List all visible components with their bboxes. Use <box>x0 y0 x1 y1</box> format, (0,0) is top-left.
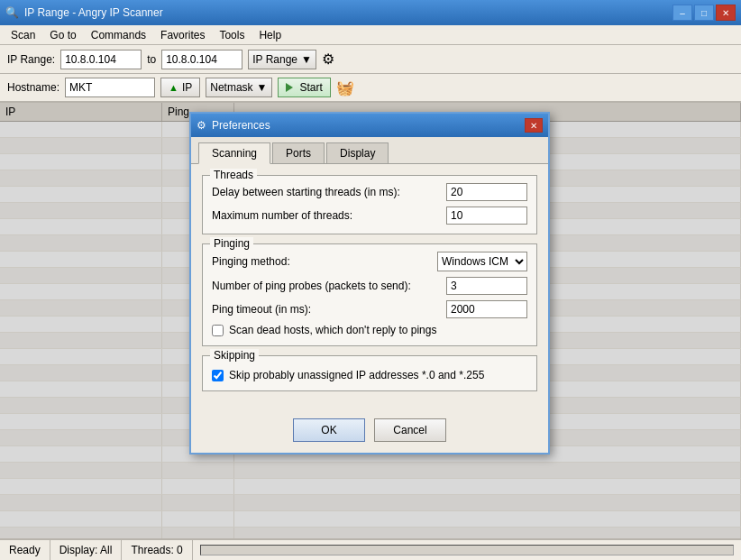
minimize-button[interactable]: – <box>672 5 692 21</box>
skip-unassigned-label: Skip probably unassigned IP addresses *.… <box>229 369 484 381</box>
pinging-method-select[interactable]: Windows ICM Java TCP <box>437 252 527 271</box>
hostname-input[interactable] <box>65 78 155 97</box>
scan-dead-checkbox[interactable] <box>212 325 224 336</box>
ping-timeout-input[interactable] <box>446 300 527 318</box>
ip-range-dropdown[interactable]: IP Range ▼ <box>248 50 316 69</box>
toolbar-row1: IP Range: to IP Range ▼ ⚙ <box>0 45 741 74</box>
start-arrow-icon <box>286 83 293 92</box>
pinging-group: Pinging Pinging method: Windows ICM Java… <box>202 243 537 346</box>
ok-button[interactable]: OK <box>293 418 365 442</box>
threads-text: Threads: 0 <box>131 544 182 556</box>
delay-row: Delay between starting threads (in ms): <box>212 183 527 201</box>
modal-overlay: ⚙ Preferences ✕ Scanning Ports Display T… <box>0 103 741 538</box>
netmask-label: Netmask <box>210 81 252 94</box>
ip-button[interactable]: ▲ IP <box>160 78 200 97</box>
ping-timeout-row: Ping timeout (in ms): <box>212 300 527 318</box>
hostname-label: Hostname: <box>7 81 59 94</box>
maximize-button[interactable]: □ <box>694 5 714 21</box>
max-threads-input[interactable] <box>446 207 527 225</box>
dialog-buttons: OK Cancel <box>191 411 548 453</box>
tab-display[interactable]: Display <box>326 142 389 163</box>
ip-to-label: to <box>147 53 156 66</box>
chevron-down-icon2: ▼ <box>257 81 268 94</box>
menu-help[interactable]: Help <box>252 27 288 43</box>
dialog-close-button[interactable]: ✕ <box>525 118 543 133</box>
ping-timeout-label: Ping timeout (in ms): <box>212 303 311 316</box>
main-area: IP Ping <box>0 103 741 538</box>
tab-scanning[interactable]: Scanning <box>198 142 270 164</box>
ip-range-dropdown-label: IP Range <box>252 53 297 66</box>
skip-unassigned-row: Skip probably unassigned IP addresses *.… <box>212 369 527 381</box>
scan-dead-row: Scan dead hosts, which don't reply to pi… <box>212 324 527 336</box>
cancel-button[interactable]: Cancel <box>374 418 446 442</box>
ready-status: Ready <box>0 540 50 560</box>
ready-text: Ready <box>9 544 41 556</box>
settings-icon[interactable]: ⚙ <box>322 50 334 68</box>
ping-probes-row: Number of ping probes (packets to send): <box>212 277 527 295</box>
skip-unassigned-checkbox[interactable] <box>212 370 224 381</box>
menu-favorites[interactable]: Favorites <box>153 27 212 43</box>
start-label: Start <box>300 81 323 94</box>
threads-status: Threads: 0 <box>122 540 192 560</box>
tab-ports[interactable]: Ports <box>272 142 325 163</box>
display-status: Display: All <box>50 540 123 560</box>
max-threads-row: Maximum number of threads: <box>212 207 527 225</box>
title-bar: 🔍 IP Range - Angry IP Scanner – □ ✕ <box>0 0 741 25</box>
ip-button-label: IP <box>182 81 192 94</box>
netmask-dropdown[interactable]: Netmask ▼ <box>206 78 271 97</box>
dialog-title-text: Preferences <box>212 119 270 132</box>
menu-goto[interactable]: Go to <box>42 27 83 43</box>
ping-probes-label: Number of ping probes (packets to send): <box>212 280 411 292</box>
menu-tools[interactable]: Tools <box>212 27 252 43</box>
max-threads-label: Maximum number of threads: <box>212 209 352 222</box>
status-bar: Ready Display: All Threads: 0 <box>0 538 741 560</box>
ping-probes-input[interactable] <box>446 277 527 295</box>
close-button[interactable]: ✕ <box>716 5 736 21</box>
toolbar-row2: Hostname: ▲ IP Netmask ▼ Start 🧺 <box>0 74 741 103</box>
threads-group: Threads Delay between starting threads (… <box>202 175 537 234</box>
window-title: IP Range - Angry IP Scanner <box>24 6 163 19</box>
delay-input[interactable] <box>446 183 527 201</box>
pinging-method-label: Pinging method: <box>212 255 290 268</box>
dialog-icon: ⚙ <box>197 119 206 132</box>
display-text: Display: All <box>59 544 113 556</box>
progress-bar <box>200 545 734 555</box>
ip-range-label: IP Range: <box>7 53 55 66</box>
arrow-up-icon: ▲ <box>169 82 178 93</box>
threads-group-label: Threads <box>210 169 257 181</box>
basket-icon: 🧺 <box>336 79 354 96</box>
menu-commands[interactable]: Commands <box>84 27 153 43</box>
scan-dead-label: Scan dead hosts, which don't reply to pi… <box>229 324 436 336</box>
dialog-tabs: Scanning Ports Display <box>191 137 548 164</box>
menu-scan[interactable]: Scan <box>4 27 42 43</box>
preferences-dialog: ⚙ Preferences ✕ Scanning Ports Display T… <box>189 112 550 454</box>
chevron-down-icon: ▼ <box>301 53 312 66</box>
ip-to-input[interactable] <box>161 50 242 69</box>
app-icon: 🔍 <box>5 6 19 19</box>
skipping-group-label: Skipping <box>210 349 259 362</box>
menu-bar: Scan Go to Commands Favorites Tools Help <box>0 25 741 45</box>
pinging-method-row: Pinging method: Windows ICM Java TCP <box>212 252 527 271</box>
pinging-group-label: Pinging <box>210 237 253 250</box>
dialog-title-bar: ⚙ Preferences ✕ <box>191 114 548 137</box>
dialog-content: Threads Delay between starting threads (… <box>191 164 548 411</box>
delay-label: Delay between starting threads (in ms): <box>212 186 400 198</box>
skipping-group: Skipping Skip probably unassigned IP add… <box>202 355 537 391</box>
start-button[interactable]: Start <box>278 78 331 97</box>
ip-from-input[interactable] <box>60 50 142 69</box>
